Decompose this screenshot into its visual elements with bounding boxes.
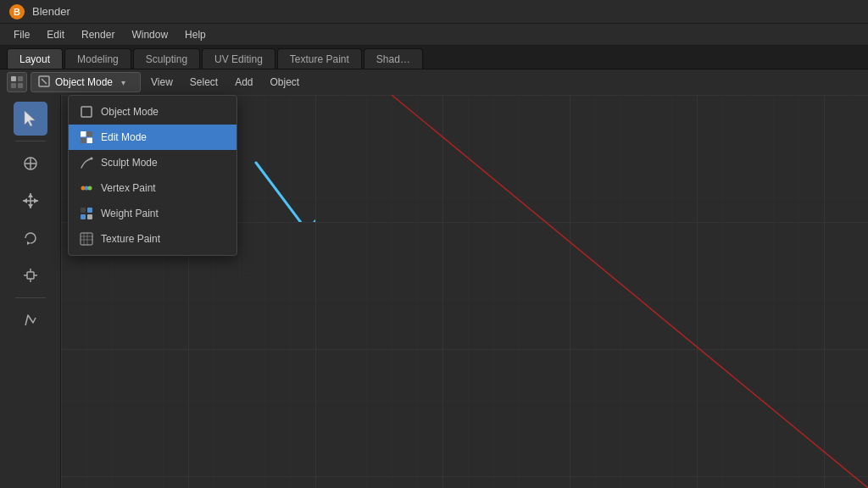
object-mode-icon bbox=[79, 104, 94, 119]
title-bar: B Blender bbox=[0, 0, 868, 24]
svg-point-35 bbox=[88, 186, 92, 191]
svg-rect-37 bbox=[87, 208, 92, 213]
dropdown-item-object-mode[interactable]: Object Mode bbox=[69, 99, 236, 125]
menu-render[interactable]: Render bbox=[75, 27, 121, 42]
vertex-paint-icon bbox=[79, 180, 94, 196]
viewport-icon-btn[interactable] bbox=[7, 72, 27, 92]
svg-marker-15 bbox=[28, 204, 33, 208]
add-menu[interactable]: Add bbox=[228, 72, 259, 92]
mode-dropdown[interactable]: Object Mode ▾ bbox=[31, 72, 141, 92]
tab-uv-editing[interactable]: UV Editing bbox=[202, 48, 275, 69]
dropdown-chevron: ▾ bbox=[121, 78, 125, 87]
svg-rect-3 bbox=[18, 76, 23, 81]
object-menu[interactable]: Object bbox=[264, 72, 307, 92]
texture-paint-label: Texture Paint bbox=[101, 233, 160, 245]
svg-point-32 bbox=[91, 158, 93, 160]
svg-rect-5 bbox=[18, 83, 23, 88]
menu-window[interactable]: Window bbox=[125, 27, 175, 42]
menu-edit[interactable]: Edit bbox=[40, 27, 71, 42]
svg-rect-40 bbox=[81, 233, 92, 245]
svg-rect-2 bbox=[11, 76, 16, 81]
tab-layout[interactable]: Layout bbox=[7, 48, 63, 69]
edit-mode-label: Edit Mode bbox=[101, 131, 147, 143]
mode-label: Object Mode bbox=[55, 76, 113, 88]
weight-paint-icon bbox=[79, 206, 94, 221]
svg-rect-27 bbox=[81, 107, 92, 117]
tab-texture-paint[interactable]: Texture Paint bbox=[277, 48, 362, 69]
header-toolbar: Object Mode ▾ View Select Add Object bbox=[0, 69, 868, 95]
dropdown-item-sculpt-mode[interactable]: Sculpt Mode bbox=[69, 150, 236, 175]
menu-file[interactable]: File bbox=[7, 27, 36, 42]
svg-rect-39 bbox=[87, 214, 92, 219]
svg-marker-17 bbox=[34, 198, 38, 203]
menu-bar: File Edit Render Window Help bbox=[0, 24, 868, 46]
menu-help[interactable]: Help bbox=[178, 27, 213, 42]
svg-marker-18 bbox=[27, 241, 31, 245]
move-tool-btn[interactable] bbox=[14, 184, 47, 218]
sculpt-mode-label: Sculpt Mode bbox=[101, 157, 158, 169]
blender-logo-icon: B bbox=[8, 3, 25, 20]
dropdown-item-vertex-paint[interactable]: Vertex Paint bbox=[69, 175, 236, 201]
sculpt-mode-icon bbox=[79, 155, 94, 170]
svg-rect-30 bbox=[81, 138, 86, 144]
weight-paint-label: Weight Paint bbox=[101, 208, 159, 219]
tab-sculpting[interactable]: Sculpting bbox=[133, 48, 200, 69]
workspace-tabs: Layout Modeling Sculpting UV Editing Tex… bbox=[0, 46, 868, 69]
left-sidebar bbox=[0, 95, 61, 488]
mode-icon bbox=[38, 75, 50, 90]
view-menu[interactable]: View bbox=[144, 72, 180, 92]
svg-rect-36 bbox=[81, 208, 86, 213]
svg-rect-28 bbox=[81, 131, 86, 137]
svg-line-7 bbox=[42, 79, 47, 84]
select-menu[interactable]: Select bbox=[183, 72, 225, 92]
object-mode-label: Object Mode bbox=[101, 106, 159, 118]
app-title: Blender bbox=[32, 5, 70, 18]
dropdown-item-texture-paint[interactable]: Texture Paint bbox=[69, 226, 236, 252]
tab-modeling[interactable]: Modeling bbox=[64, 48, 131, 69]
select-tool-btn[interactable] bbox=[14, 102, 47, 136]
svg-marker-8 bbox=[25, 111, 35, 126]
tab-shading[interactable]: Shad… bbox=[364, 48, 423, 69]
svg-marker-16 bbox=[23, 198, 27, 203]
svg-text:B: B bbox=[14, 7, 20, 17]
svg-rect-19 bbox=[27, 272, 34, 279]
svg-rect-38 bbox=[81, 214, 86, 219]
mode-dropdown-menu: Object Mode Edit Mode Sculpt Mode bbox=[68, 95, 237, 256]
texture-paint-icon bbox=[79, 231, 94, 247]
sidebar-divider-2 bbox=[15, 297, 46, 298]
sidebar-divider-1 bbox=[15, 141, 46, 141]
svg-rect-29 bbox=[87, 131, 93, 137]
dropdown-item-edit-mode[interactable]: Edit Mode bbox=[69, 125, 236, 150]
dropdown-item-weight-paint[interactable]: Weight Paint bbox=[69, 201, 236, 226]
svg-rect-31 bbox=[87, 138, 93, 144]
vertex-paint-label: Vertex Paint bbox=[101, 182, 156, 194]
edit-mode-icon bbox=[79, 130, 94, 145]
rotate-tool-btn[interactable] bbox=[14, 221, 47, 255]
svg-marker-14 bbox=[28, 193, 33, 197]
annotate-tool-btn[interactable] bbox=[14, 303, 47, 337]
cursor-tool-btn[interactable] bbox=[14, 147, 47, 180]
svg-rect-4 bbox=[11, 83, 16, 88]
scale-tool-btn[interactable] bbox=[14, 258, 47, 292]
